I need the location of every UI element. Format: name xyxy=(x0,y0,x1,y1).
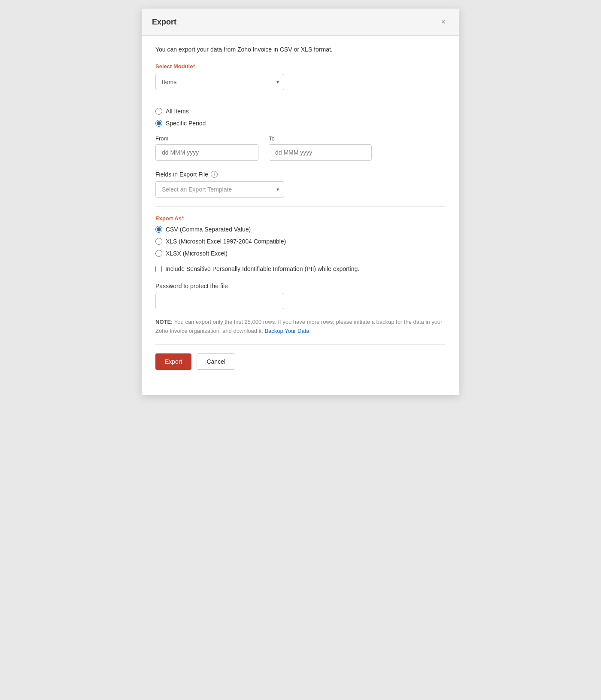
template-select[interactable]: Select an Export Template xyxy=(155,181,284,198)
close-button[interactable]: × xyxy=(437,16,449,27)
description-text: You can export your data from Zoho Invoi… xyxy=(155,46,446,53)
cancel-button[interactable]: Cancel xyxy=(197,353,235,370)
xlsx-label: XLSX (Microsoft Excel) xyxy=(166,250,228,257)
export-as-section: Export As* CSV (Comma Separated Value) X… xyxy=(155,215,446,257)
specific-period-label: Specific Period xyxy=(166,120,206,127)
all-items-radio[interactable] xyxy=(155,108,162,115)
note-prefix: NOTE: xyxy=(155,319,173,325)
fields-label-text: Fields in Export File xyxy=(155,171,208,178)
modal-header: Export × xyxy=(142,9,459,36)
modal-body: You can export your data from Zoho Invoi… xyxy=(142,36,459,383)
from-label: From xyxy=(155,135,258,142)
template-select-wrapper: Select an Export Template ▾ xyxy=(155,181,284,198)
specific-period-radio[interactable] xyxy=(155,120,162,127)
note-section: NOTE: You can export only the first 25,0… xyxy=(155,318,446,336)
export-as-label: Export As* xyxy=(155,215,446,222)
password-section: Password to protect the file xyxy=(155,283,446,309)
csv-radio[interactable] xyxy=(155,226,162,233)
pii-label-text: Include Sensitive Personally Identifiabl… xyxy=(165,265,359,272)
footer-divider xyxy=(155,344,446,345)
pii-checkbox-label[interactable]: Include Sensitive Personally Identifiabl… xyxy=(155,265,446,272)
from-field: From xyxy=(155,135,258,161)
fields-label-row: Fields in Export File i xyxy=(155,171,446,178)
csv-option[interactable]: CSV (Comma Separated Value) xyxy=(155,226,446,233)
to-label: To xyxy=(269,135,372,142)
all-items-label: All Items xyxy=(166,108,189,115)
select-module-label: Select Module* xyxy=(155,63,446,70)
module-select-wrapper: Items Contacts Invoices Expenses ▾ xyxy=(155,74,284,90)
modal-title: Export xyxy=(152,18,176,27)
filter-radio-group: All Items Specific Period xyxy=(155,108,446,127)
date-range-row: From To xyxy=(155,135,446,161)
modal-footer: Export Cancel xyxy=(155,353,446,373)
password-label: Password to protect the file xyxy=(155,283,446,289)
divider-1 xyxy=(155,99,446,99)
from-input[interactable] xyxy=(155,144,258,161)
xls-label: XLS (Microsoft Excel 1997-2004 Compatibl… xyxy=(166,238,286,245)
xlsx-option[interactable]: XLSX (Microsoft Excel) xyxy=(155,250,446,257)
specific-period-option[interactable]: Specific Period xyxy=(155,120,446,127)
divider-2 xyxy=(155,206,446,207)
module-select[interactable]: Items Contacts Invoices Expenses xyxy=(155,74,284,90)
csv-label: CSV (Comma Separated Value) xyxy=(166,226,251,233)
export-button[interactable]: Export xyxy=(155,353,191,370)
all-items-option[interactable]: All Items xyxy=(155,108,446,115)
xls-radio[interactable] xyxy=(155,238,162,245)
to-input[interactable] xyxy=(269,144,372,161)
export-modal: Export × You can export your data from Z… xyxy=(142,9,459,395)
backup-link[interactable]: Backup Your Data xyxy=(264,328,309,334)
xls-option[interactable]: XLS (Microsoft Excel 1997-2004 Compatibl… xyxy=(155,238,446,245)
export-as-radio-group: CSV (Comma Separated Value) XLS (Microso… xyxy=(155,226,446,257)
password-input[interactable] xyxy=(155,293,284,309)
info-icon: i xyxy=(211,171,218,178)
pii-checkbox[interactable] xyxy=(155,266,162,272)
to-field: To xyxy=(269,135,372,161)
xlsx-radio[interactable] xyxy=(155,250,162,257)
